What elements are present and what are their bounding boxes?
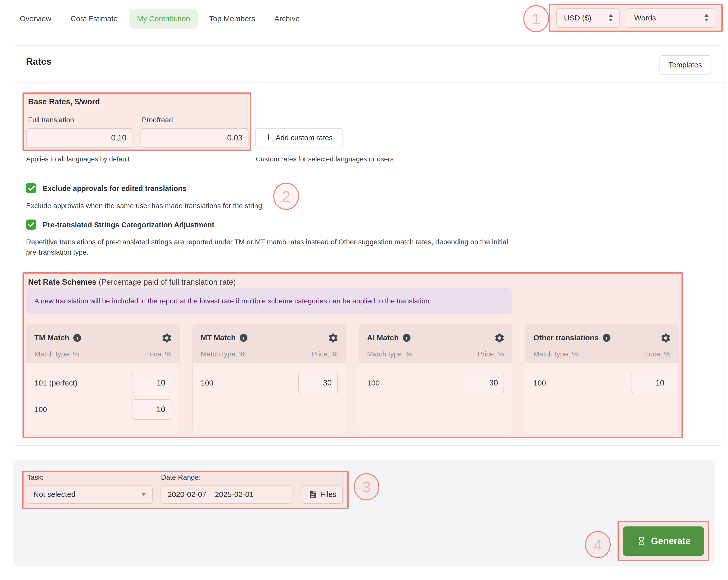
mt-match-header: MT Match i Match type, % Price, % xyxy=(192,324,346,363)
gear-icon[interactable] xyxy=(494,332,505,343)
base-rates-highlight: Base Rates, $/word Full translation Proo… xyxy=(23,92,251,151)
lowest-rate-notice: A new translation will be included in th… xyxy=(26,288,512,314)
base-rates-helper: Applies to all languages by default xyxy=(26,155,130,163)
other-translations-title: Other translations xyxy=(534,333,599,342)
tm-match-title: TM Match xyxy=(34,333,69,342)
match-row-label: 100 xyxy=(201,372,213,393)
card-header-divider xyxy=(13,82,724,83)
net-rate-schemes-subtitle: (Percentage paid of full translation rat… xyxy=(99,278,236,286)
proofread-input[interactable] xyxy=(140,128,249,147)
match-type-header: Match type, % xyxy=(534,350,578,358)
tab-top-members[interactable]: Top Members xyxy=(209,15,255,23)
rates-card: Rates Templates Base Rates, $/word Full … xyxy=(12,46,725,446)
mt-match-title: MT Match xyxy=(201,333,236,342)
gear-icon[interactable] xyxy=(660,332,671,343)
ai-match-title-row: AI Match i xyxy=(367,333,411,342)
info-icon[interactable]: i xyxy=(240,334,248,342)
tm-match-header: TM Match i Match type, % Price, % xyxy=(26,324,180,363)
caret-down-icon xyxy=(141,493,146,496)
plus-icon: + xyxy=(265,132,272,142)
ai-match-header: AI Match i Match type, % Price, % xyxy=(359,324,512,363)
base-rates-heading: Base Rates, $/word xyxy=(28,97,100,106)
ai-match-title: AI Match xyxy=(367,333,399,342)
exclude-approvals-checkbox[interactable] xyxy=(26,183,36,193)
pretranslated-adjustment-helper: Repetitive translations of pre-translate… xyxy=(26,237,518,257)
full-translation-label: Full translation xyxy=(28,116,74,124)
files-button[interactable]: Files xyxy=(302,485,343,504)
price-input[interactable] xyxy=(132,399,172,420)
card-title: Rates xyxy=(26,56,52,67)
currency-value: USD ($) xyxy=(564,13,591,22)
tab-archive[interactable]: Archive xyxy=(275,15,300,23)
net-rate-schemes-heading: Net Rate Schemes (Percentage paid of ful… xyxy=(28,278,236,287)
panel-divider xyxy=(26,516,705,516)
unit-value: Words xyxy=(634,13,656,22)
mt-match-card: MT Match i Match type, % Price, % 100 xyxy=(192,324,346,433)
report-tabs: Overview Cost Estimate My Contribution T… xyxy=(20,9,300,28)
match-type-header: Match type, % xyxy=(34,350,79,358)
task-label: Task: xyxy=(27,473,44,481)
price-input[interactable] xyxy=(132,372,172,393)
task-select[interactable]: Not selected xyxy=(26,485,153,504)
annotation-circle-3: 3 xyxy=(354,473,380,500)
proofread-label: Proofread xyxy=(142,116,173,124)
price-input[interactable] xyxy=(298,372,338,393)
add-custom-rates-label: Add custom rates xyxy=(276,134,333,142)
unit-select[interactable]: Words xyxy=(627,8,716,28)
templates-button[interactable]: Templates xyxy=(659,55,711,75)
price-input[interactable] xyxy=(631,372,670,393)
ai-match-card: AI Match i Match type, % Price, % 100 xyxy=(359,324,512,433)
other-translations-title-row: Other translations i xyxy=(534,333,610,342)
report-tabs-bar: Overview Cost Estimate My Contribution T… xyxy=(0,0,728,46)
price-header: Price, % xyxy=(311,350,338,358)
other-translations-header: Other translations i Match type, % Price… xyxy=(525,324,678,363)
full-translation-input[interactable] xyxy=(26,128,132,147)
tm-match-card: TM Match i Match type, % Price, % 101 (p… xyxy=(26,324,180,433)
other-translations-card: Other translations i Match type, % Price… xyxy=(525,324,679,433)
price-input[interactable] xyxy=(465,372,504,393)
net-rate-schemes-highlight: Net Rate Schemes (Percentage paid of ful… xyxy=(23,272,683,438)
annotation-circle-4: 4 xyxy=(585,531,611,558)
lowest-rate-notice-text: A new translation will be included in th… xyxy=(34,297,430,305)
mt-match-title-row: MT Match i xyxy=(201,333,248,342)
generate-button[interactable]: Generate xyxy=(623,526,704,556)
price-header: Price, % xyxy=(644,350,670,358)
price-header: Price, % xyxy=(145,350,172,358)
info-icon[interactable]: i xyxy=(403,334,411,342)
file-icon xyxy=(308,490,317,499)
pretranslated-adjustment-checkbox[interactable] xyxy=(26,220,36,230)
date-range-label: Date Range: xyxy=(161,473,201,481)
tab-overview[interactable]: Overview xyxy=(20,15,51,23)
price-header: Price, % xyxy=(478,350,504,358)
units-highlight: USD ($) Words xyxy=(549,4,723,32)
match-row-label: 100 xyxy=(534,372,546,393)
match-row-label: 101 (perfect) xyxy=(34,372,77,393)
tab-my-contribution[interactable]: My Contribution xyxy=(129,9,198,29)
date-range-input[interactable] xyxy=(160,485,292,504)
info-icon[interactable]: i xyxy=(73,334,81,342)
pretranslated-adjustment-label: Pre-translated Strings Categorization Ad… xyxy=(43,221,214,229)
files-label: Files xyxy=(321,490,336,499)
tm-match-title-row: TM Match i xyxy=(34,333,81,342)
tab-cost-estimate[interactable]: Cost Estimate xyxy=(71,15,118,23)
hourglass-icon xyxy=(636,536,646,546)
generate-label: Generate xyxy=(651,536,690,546)
annotation-circle-2: 2 xyxy=(273,183,299,210)
info-icon[interactable]: i xyxy=(603,334,610,342)
gear-icon[interactable] xyxy=(328,332,339,343)
updown-arrows-icon xyxy=(608,14,613,22)
exclude-approvals-helper: Exclude approvals when the same user has… xyxy=(26,202,264,210)
gear-icon[interactable] xyxy=(161,332,173,343)
generate-panel: Task: Date Range: Not selected Files 3 4… xyxy=(12,460,716,566)
add-custom-rates-button[interactable]: + Add custom rates xyxy=(255,128,343,147)
match-type-header: Match type, % xyxy=(367,350,412,358)
match-row-label: 100 xyxy=(34,399,47,420)
task-daterange-highlight: Task: Date Range: Not selected Files xyxy=(22,471,348,509)
match-row-label: 100 xyxy=(367,372,380,393)
task-value: Not selected xyxy=(33,490,76,499)
updown-arrows-icon xyxy=(704,14,709,22)
currency-select[interactable]: USD ($) xyxy=(556,8,620,28)
custom-rates-helper: Custom rates for selected languages or u… xyxy=(256,155,394,163)
annotation-circle-1: 1 xyxy=(523,5,549,32)
match-type-header: Match type, % xyxy=(201,350,245,358)
